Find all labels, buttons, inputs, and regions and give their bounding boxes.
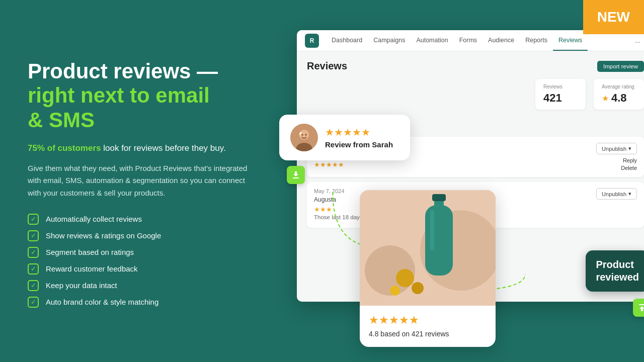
svg-point-17 — [390, 286, 400, 296]
action-links-1: Reply Delete — [621, 157, 637, 171]
reply-link-1[interactable]: Reply — [623, 157, 637, 163]
product-card-float: ★★★★★ 4.8 based on 421 reviews — [360, 190, 496, 347]
avatar: 👌 — [290, 124, 318, 151]
svg-rect-14 — [430, 210, 434, 250]
import-review-button[interactable]: Import review — [597, 61, 644, 72]
svg-rect-11 — [425, 205, 453, 276]
rating-stat: Average rating ★ 4.8 — [594, 79, 644, 110]
nav-forms[interactable]: Forms — [454, 30, 482, 51]
feature-item: ✓ Automatically collect reviews — [28, 214, 257, 225]
check-icon: ✓ — [28, 230, 39, 241]
feature-list: ✓ Automatically collect reviews ✓ Show r… — [28, 214, 257, 308]
reviews-header: Reviews Import review — [307, 60, 644, 72]
headline-line2-green: right next to email — [28, 83, 210, 107]
review-card-float: 👌 ★★★★★ Review from Sarah — [279, 115, 410, 160]
headline-line3-green: & SMS — [28, 108, 95, 132]
author-name-2: Augusta — [314, 196, 336, 203]
reviews-label: Reviews — [543, 84, 578, 89]
svg-rect-13 — [432, 194, 446, 201]
product-reviewed-line1: Product — [596, 258, 639, 271]
review-actions-1: Unpublish ▾ Reply Delete — [596, 143, 637, 171]
check-icon: ✓ — [28, 214, 39, 225]
nav-campaigns[interactable]: Campaigns — [368, 30, 411, 51]
main-headline: Product reviews — right next to email & … — [28, 59, 257, 132]
rating-star: ★ — [602, 94, 609, 103]
svg-rect-18 — [639, 304, 644, 305]
feature-item: ✓ Segment based on ratings — [28, 247, 257, 258]
unpublish-label-2: Unpublish — [602, 191, 626, 197]
check-icon: ✓ — [28, 247, 39, 258]
review-actions-2: Unpublish ▾ — [596, 188, 637, 200]
reviews-stat: Reviews 421 — [535, 79, 586, 110]
reviews-value: 421 — [543, 92, 578, 105]
feature-item: ✓ Reward customer feedback — [28, 263, 257, 275]
feature-item: ✓ Auto brand color & style matching — [28, 297, 257, 308]
right-panel: R Dashboard Campaigns Automation Forms A… — [282, 0, 644, 362]
stat-text: look for reviews before they buy. — [101, 143, 226, 153]
svg-point-6 — [305, 134, 307, 136]
nav-audience[interactable]: Audience — [482, 30, 520, 51]
download-icon-pill — [287, 166, 305, 184]
nav-automation[interactable]: Automation — [411, 30, 453, 51]
nav-reports[interactable]: Reports — [520, 30, 553, 51]
nav-dashboard[interactable]: Dashboard — [326, 30, 368, 51]
review-date-2: May 7, 2024 — [314, 188, 345, 194]
svg-rect-7 — [293, 177, 299, 178]
review-card-name: Review from Sarah — [325, 140, 393, 149]
check-icon: ✓ — [28, 263, 39, 275]
nav-items: Dashboard Campaigns Automation Forms Aud… — [326, 30, 588, 51]
rating-display: ★ 4.8 — [602, 92, 636, 105]
nav-logo: R — [305, 34, 319, 48]
rating-value: 4.8 — [611, 92, 627, 105]
check-icon: ✓ — [28, 297, 39, 308]
svg-point-16 — [412, 282, 424, 294]
product-reviewed-badge: Product reviewed — [586, 250, 644, 292]
svg-point-5 — [302, 134, 303, 136]
new-badge: NEW — [583, 0, 644, 34]
description-text: Give them what they need, with Product R… — [28, 162, 257, 200]
product-reviewed-line2: reviewed — [596, 271, 639, 284]
svg-point-15 — [396, 269, 414, 287]
review-stars-1: ★★★★★ — [314, 161, 590, 168]
product-card-rating-text: 4.8 based on 421 reviews — [369, 330, 487, 338]
stat-highlight: 75% of customers — [28, 143, 101, 153]
delete-link-1[interactable]: Delete — [621, 165, 637, 171]
unpublish-button-2[interactable]: Unpublish ▾ — [596, 188, 637, 200]
feature-item: ✓ Keep your data intact — [28, 280, 257, 291]
stats-row: Reviews 421 Average rating ★ 4.8 — [307, 79, 644, 110]
feature-item: ✓ Show reviews & ratings on Google — [28, 230, 257, 241]
review-card-stars: ★★★★★ — [325, 126, 393, 138]
unpublish-label-1: Unpublish — [602, 146, 626, 152]
left-panel: Product reviews — right next to email & … — [0, 0, 282, 362]
product-image — [360, 190, 496, 306]
subheadline: 75% of customers look for reviews before… — [28, 142, 257, 154]
headline-line1: Product reviews — — [28, 59, 218, 83]
rating-label: Average rating — [602, 84, 636, 89]
unpublish-button-1[interactable]: Unpublish ▾ — [596, 143, 637, 154]
upload-icon-pill — [633, 299, 644, 317]
page-title: Reviews — [307, 60, 347, 72]
review-card-content: ★★★★★ Review from Sarah — [325, 126, 393, 149]
product-card-stars: ★★★★★ — [369, 314, 487, 327]
product-card-info: ★★★★★ 4.8 based on 421 reviews — [360, 306, 496, 347]
check-icon: ✓ — [28, 280, 39, 291]
